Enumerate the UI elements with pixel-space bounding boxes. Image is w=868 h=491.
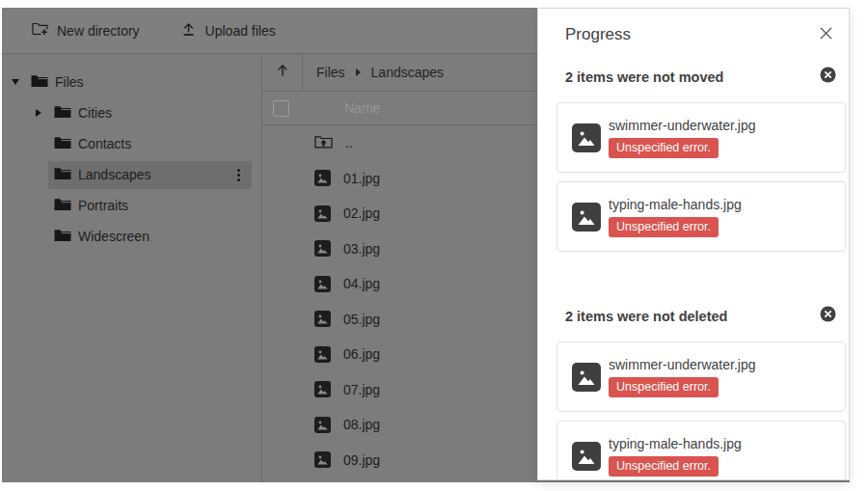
dismiss-section-icon[interactable] <box>820 306 836 326</box>
navigate-up-button[interactable] <box>262 54 303 91</box>
dialog-close-button[interactable] <box>818 27 833 42</box>
dialog-body: 2 items were not moved swimmer-underwate… <box>538 67 849 480</box>
error-badge: Unspecified error. <box>609 138 719 158</box>
tree-item-landscapes[interactable]: Landscapes <box>2 159 261 190</box>
error-badge: Unspecified error. <box>609 377 719 397</box>
file-name: 07.jpg <box>343 382 380 397</box>
image-file-icon <box>314 170 331 186</box>
tree-item-portraits[interactable]: Portraits <box>2 190 261 221</box>
folder-icon <box>54 198 71 214</box>
file-name: 09.jpg <box>343 452 380 468</box>
progress-section: 2 items were not deleted swimmer-underwa… <box>538 306 849 480</box>
tree-item-label: Cities <box>78 105 112 121</box>
tree-item-widescreen[interactable]: Widescreen <box>2 221 261 252</box>
close-icon <box>819 26 833 44</box>
breadcrumb-separator-icon <box>356 68 361 76</box>
section-header: 2 items were not deleted <box>565 309 820 324</box>
error-badge: Unspecified error. <box>609 456 719 477</box>
tree-item-label: Files <box>55 74 84 90</box>
caret-right-icon[interactable] <box>36 109 41 117</box>
failed-file-name: typing-male-hands.jpg <box>609 436 742 451</box>
upload-icon <box>180 21 197 40</box>
progress-dialog: Progress 2 items were not moved <box>537 8 850 480</box>
upload-files-label: Upload files <box>205 23 276 39</box>
new-directory-button[interactable]: New directory <box>32 21 140 40</box>
name-column-header[interactable]: Name <box>344 100 380 116</box>
folder-up-icon <box>314 134 333 151</box>
image-file-icon <box>314 240 331 257</box>
folder-plus-icon <box>32 21 48 40</box>
failed-item-card: swimmer-underwater.jpg Unspecified error… <box>556 102 846 173</box>
file-name: 08.jpg <box>343 417 380 432</box>
file-name: 02.jpg <box>343 205 380 221</box>
image-file-icon <box>314 381 331 397</box>
dialog-titlebar: Progress <box>538 9 849 53</box>
image-file-icon <box>314 276 331 292</box>
failed-file-name: swimmer-underwater.jpg <box>609 118 756 133</box>
folder-icon <box>31 74 48 91</box>
dialog-title: Progress <box>565 25 818 44</box>
file-name: 05.jpg <box>343 312 380 327</box>
failed-item-card: typing-male-hands.jpg Unspecified error. <box>556 181 846 252</box>
tree-item-files[interactable]: Files <box>2 67 261 97</box>
file-name: 03.jpg <box>343 241 380 257</box>
failed-file-name: typing-male-hands.jpg <box>609 197 742 212</box>
tree-item-contacts[interactable]: Contacts <box>2 128 261 159</box>
tree-item-label: Widescreen <box>78 229 149 244</box>
dismiss-section-icon[interactable] <box>820 67 836 87</box>
arrow-up-icon <box>275 63 290 82</box>
image-file-icon <box>314 346 331 363</box>
image-file-icon <box>314 311 331 327</box>
file-name: .. <box>345 135 353 150</box>
upload-files-button[interactable]: Upload files <box>180 21 276 40</box>
image-file-icon <box>572 203 601 232</box>
breadcrumb-item[interactable]: Files <box>316 65 345 80</box>
breadcrumb: FilesLandscapes <box>303 54 444 91</box>
image-file-icon <box>572 442 601 471</box>
progress-section: 2 items were not moved swimmer-underwate… <box>538 67 849 252</box>
folder-icon <box>54 136 71 152</box>
breadcrumb-item[interactable]: Landscapes <box>371 65 445 80</box>
file-name: 04.jpg <box>343 276 380 291</box>
section-header: 2 items were not moved <box>565 69 820 85</box>
file-name: 06.jpg <box>343 346 380 362</box>
image-file-icon <box>314 451 331 468</box>
failed-item-card: swimmer-underwater.jpg Unspecified error… <box>556 341 846 412</box>
tree-item-cities[interactable]: Cities <box>2 97 261 128</box>
folder-icon <box>54 105 71 122</box>
caret-down-icon[interactable] <box>12 79 19 85</box>
image-file-icon <box>314 205 331 222</box>
image-file-icon <box>572 363 601 392</box>
tree-item-label: Landscapes <box>78 167 151 182</box>
error-badge: Unspecified error. <box>609 217 719 237</box>
page: New directory Upload files <box>0 0 868 491</box>
tree-item-label: Contacts <box>78 136 131 151</box>
new-directory-label: New directory <box>57 23 140 39</box>
image-file-icon <box>572 123 601 152</box>
tree-item-label: Portraits <box>78 198 128 213</box>
folder-icon <box>54 229 71 245</box>
context-menu-dots-icon[interactable] <box>237 169 246 181</box>
file-name: 01.jpg <box>343 171 380 186</box>
failed-file-name: swimmer-underwater.jpg <box>609 357 756 372</box>
select-all-checkbox[interactable] <box>273 100 289 117</box>
image-file-icon <box>314 417 331 433</box>
failed-item-card: typing-male-hands.jpg Unspecified error. <box>556 421 846 480</box>
folder-icon <box>54 167 71 183</box>
folder-tree: Files Cities Contacts <box>2 54 262 482</box>
